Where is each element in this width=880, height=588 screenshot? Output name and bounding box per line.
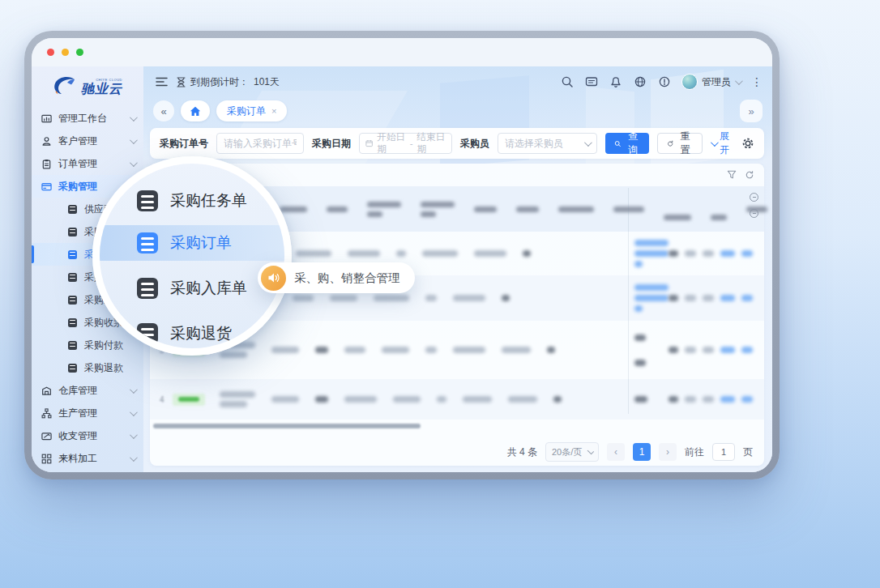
sidebar-item[interactable]: 采购退款 [32, 356, 143, 379]
row-number: 4 [160, 395, 173, 404]
customers-icon [41, 136, 52, 147]
action-link[interactable] [669, 347, 678, 353]
sidebar-item-label: 收支管理 [58, 429, 123, 443]
magnified-menu-item[interactable]: 采购任务单 [100, 183, 284, 219]
globe-language-icon[interactable] [633, 75, 647, 89]
action-link[interactable] [685, 250, 696, 257]
page-unit-label: 页 [743, 445, 753, 459]
magnified-menu-item[interactable]: 采购入库单 [100, 271, 284, 306]
chevron-down-icon [130, 408, 138, 416]
action-link[interactable] [703, 250, 714, 257]
orders-icon [41, 159, 52, 169]
tabs-scroll-left-button[interactable]: « [153, 100, 174, 121]
sidebar-item[interactable]: 订单管理 [32, 152, 143, 175]
column-settings-icons[interactable] [750, 193, 758, 218]
sidebar-item[interactable]: 仓库管理 [32, 379, 143, 402]
doc-icon [67, 340, 78, 351]
maximize-window-button[interactable] [76, 49, 83, 56]
sidebar-item[interactable]: 客户管理 [32, 130, 143, 152]
search-button[interactable]: 查询 [605, 133, 649, 154]
user-menu[interactable]: 管理员 [681, 74, 741, 90]
chevron-down-icon [584, 138, 592, 147]
close-window-button[interactable] [47, 49, 54, 56]
tab-purchase-order[interactable]: 采购订单 × [216, 100, 287, 121]
action-link[interactable] [685, 396, 696, 403]
magnified-menu-label: 采购任务单 [170, 190, 247, 211]
sidebar-item[interactable]: 收支管理 [32, 424, 143, 447]
sidebar-item-label: 采购退款 [84, 361, 135, 375]
list-icon [137, 190, 158, 211]
goto-page-input[interactable] [712, 443, 735, 461]
action-link[interactable] [720, 250, 735, 257]
action-link[interactable] [741, 396, 753, 403]
sidebar-item[interactable]: 采购付款 [32, 334, 143, 356]
next-page-button[interactable]: › [659, 443, 677, 461]
speaker-icon [261, 266, 286, 291]
logo-title: 驰业云 [81, 83, 122, 96]
page-1-button[interactable]: 1 [633, 443, 651, 461]
goto-label: 前往 [685, 445, 704, 459]
action-link[interactable] [703, 347, 714, 353]
sidebar-item-label: 生产管理 [58, 407, 123, 420]
materials-icon [41, 454, 52, 464]
filter-settings-gear-icon[interactable] [741, 137, 754, 150]
prev-page-button[interactable]: ‹ [607, 443, 625, 461]
action-link[interactable] [703, 295, 714, 301]
message-icon[interactable] [584, 75, 598, 89]
refresh-table-icon[interactable] [745, 170, 754, 180]
minimize-window-button[interactable] [62, 49, 69, 56]
action-link[interactable] [720, 396, 735, 403]
sidebar-item[interactable]: 来料加工 [32, 447, 143, 470]
page-size-select[interactable]: 20条/页 [545, 442, 599, 462]
calendar-icon [365, 138, 373, 148]
tabs-scroll-right-button[interactable]: » [740, 100, 763, 122]
chevron-down-icon [130, 386, 138, 394]
date-range-input[interactable]: 开始日期 - 结束日期 [359, 133, 452, 154]
more-menu-icon[interactable]: ⋮ [751, 76, 763, 87]
table-column-header [367, 202, 401, 217]
pagination: 共 4 条 20条/页 ‹ 1 › 前往 页 [150, 438, 764, 466]
info-icon[interactable] [657, 75, 671, 89]
avatar [681, 74, 698, 90]
sidebar-item-label: 来料加工 [58, 452, 123, 466]
filter-funnel-icon[interactable] [727, 170, 737, 180]
sidebar-item[interactable]: 生产管理 [32, 402, 143, 424]
action-link[interactable] [669, 396, 678, 403]
reset-button[interactable]: 重置 [657, 133, 703, 154]
magnifier-overlay: 采购任务单采购订单采购入库单采购退货 [92, 156, 292, 356]
date-end-placeholder: 结束日期 [417, 131, 446, 156]
action-link[interactable] [720, 295, 735, 301]
expand-filters-link[interactable]: 展开 [711, 130, 733, 157]
chevron-down-icon [130, 113, 138, 121]
list-icon [137, 232, 158, 254]
magnified-menu-item[interactable]: 采购订单 [100, 225, 284, 261]
buyer-placeholder: 请选择采购员 [505, 137, 563, 151]
chevron-down-icon [130, 431, 138, 439]
buyer-select[interactable]: 请选择采购员 [498, 133, 597, 154]
action-link[interactable] [741, 295, 753, 301]
horizontal-scrollbar[interactable] [153, 424, 421, 428]
table-row[interactable]: 4 [150, 379, 764, 420]
home-tab[interactable] [181, 100, 210, 121]
chevron-down-icon [735, 77, 743, 85]
action-link[interactable] [741, 250, 753, 257]
sidebar-item[interactable]: 管理工作台 [32, 107, 143, 130]
chevron-down-icon [711, 138, 719, 147]
table-column-header [558, 207, 594, 212]
tab-close-icon[interactable]: × [271, 106, 276, 116]
doc-icon [67, 363, 78, 373]
action-link[interactable] [741, 347, 753, 353]
search-icon[interactable] [560, 75, 574, 89]
action-link[interactable] [669, 295, 678, 301]
action-link[interactable] [720, 347, 735, 353]
order-no-input[interactable] [216, 133, 304, 154]
notification-bell-icon[interactable] [609, 75, 622, 89]
action-link[interactable] [703, 396, 714, 403]
action-link[interactable] [685, 347, 696, 353]
search-icon [614, 139, 621, 148]
collapse-menu-icon[interactable] [155, 75, 169, 89]
action-link[interactable] [685, 295, 696, 301]
sidebar-item-label: 仓库管理 [58, 384, 123, 398]
action-link[interactable] [669, 250, 678, 257]
table-column-header [327, 207, 348, 212]
